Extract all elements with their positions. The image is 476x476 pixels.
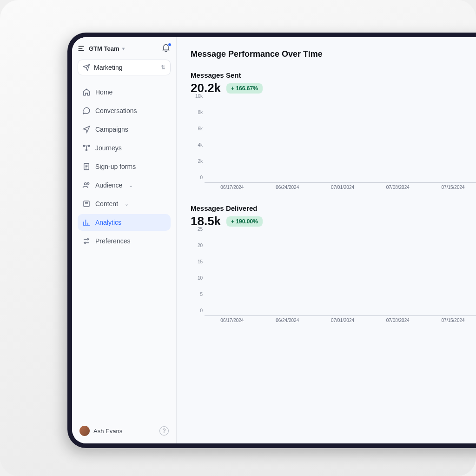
svg-point-5: [87, 182, 89, 184]
home-icon: [82, 88, 91, 96]
sliders-icon: [82, 237, 91, 245]
sidebar-item-label: Journeys: [95, 144, 122, 152]
y-tick-label: 0: [191, 308, 203, 313]
sidebar-item-label: Conversations: [95, 107, 137, 114]
flow-icon: [82, 144, 91, 152]
sidebar-item-conversations[interactable]: Conversations: [78, 102, 171, 119]
x-tick-label: 06/17/2024: [205, 185, 260, 194]
main-content: Message Performance Over Time Messages S…: [177, 37, 476, 443]
y-tick-label: 20: [191, 243, 203, 248]
workspace-label: Marketing: [94, 64, 122, 71]
chart-delivered: 051015202506/17/202406/24/202407/01/2024…: [191, 234, 476, 327]
chart-sent: 02k4k6k8k10k06/17/202406/24/202407/01/20…: [191, 101, 476, 194]
sidebar-item-label: Campaigns: [95, 126, 128, 133]
team-name: GTM Team: [89, 45, 119, 52]
svg-point-7: [87, 239, 89, 240]
logo-icon: [78, 44, 86, 53]
metric-delivered: Messages Delivered 18.5k + 190.00% 05101…: [191, 204, 476, 327]
nav: Home Conversations Campaigns Journeys: [78, 84, 171, 249]
sidebar-item-label: Content: [95, 200, 118, 208]
sidebar: GTM Team ▾ Marketing ⇅ H: [72, 37, 177, 443]
y-tick-label: 25: [191, 227, 203, 232]
x-tick-label: 06/24/2024: [260, 318, 315, 327]
workspace-select[interactable]: Marketing ⇅: [78, 60, 171, 75]
paper-plane-icon: [82, 125, 91, 134]
sidebar-item-label: Analytics: [95, 219, 121, 226]
page-title: Message Performance Over Time: [191, 49, 476, 59]
sidebar-item-label: Home: [95, 88, 112, 96]
send-icon: [83, 64, 90, 71]
svg-point-1: [88, 145, 90, 147]
x-tick-label: 07/15/2024: [425, 318, 476, 327]
x-tick-label: 07/01/2024: [315, 185, 370, 194]
content-icon: [82, 200, 91, 208]
metric-sent: Messages Sent 20.2k + 166.67% 02k4k6k8k1…: [191, 71, 476, 194]
users-icon: [82, 181, 91, 189]
y-tick-label: 10k: [191, 94, 203, 99]
user-menu[interactable]: Ash Evans ?: [78, 423, 171, 439]
metric-delta-badge: + 190.00%: [226, 216, 263, 227]
x-tick-label: 07/01/2024: [315, 318, 370, 327]
x-tick-label: 07/15/2024: [425, 185, 476, 194]
form-icon: [82, 162, 91, 171]
x-tick-label: 06/17/2024: [205, 318, 260, 327]
sort-icon: ⇅: [161, 64, 165, 71]
y-tick-label: 2k: [191, 159, 203, 164]
y-tick-label: 0: [191, 175, 203, 180]
sidebar-item-content[interactable]: Content ⌄: [78, 195, 171, 212]
team-switcher[interactable]: GTM Team ▾: [78, 44, 125, 53]
notification-dot: [168, 43, 172, 47]
metric-title: Messages Delivered: [191, 204, 476, 212]
sidebar-item-label: Preferences: [95, 237, 130, 245]
sidebar-item-preferences[interactable]: Preferences: [78, 233, 171, 249]
y-tick-label: 15: [191, 259, 203, 264]
analytics-icon: [82, 218, 91, 227]
sidebar-item-journeys[interactable]: Journeys: [78, 140, 171, 156]
svg-point-8: [85, 242, 86, 243]
svg-point-4: [85, 183, 87, 185]
sidebar-item-label: Audience: [95, 181, 122, 189]
avatar: [79, 426, 90, 436]
notifications-button[interactable]: [161, 44, 171, 53]
sidebar-item-audience[interactable]: Audience ⌄: [78, 177, 171, 194]
chat-icon: [82, 107, 91, 115]
x-tick-label: 07/08/2024: [370, 318, 425, 327]
x-tick-label: 07/08/2024: [370, 185, 425, 194]
y-tick-label: 6k: [191, 126, 203, 131]
svg-point-0: [83, 145, 85, 147]
svg-point-2: [86, 149, 87, 151]
metric-title: Messages Sent: [191, 71, 476, 79]
y-tick-label: 10: [191, 275, 203, 281]
sidebar-item-campaigns[interactable]: Campaigns: [78, 121, 171, 138]
y-tick-label: 5: [191, 292, 203, 297]
help-button[interactable]: ?: [159, 426, 169, 436]
metric-delta-badge: + 166.67%: [226, 83, 263, 94]
sidebar-item-signup-forms[interactable]: Sign-up forms: [78, 158, 171, 175]
chevron-down-icon: ▾: [122, 46, 125, 51]
x-tick-label: 06/24/2024: [260, 185, 315, 194]
user-name: Ash Evans: [93, 428, 122, 435]
chevron-down-icon: ⌄: [125, 201, 129, 207]
sidebar-item-analytics[interactable]: Analytics: [78, 214, 171, 231]
sidebar-item-label: Sign-up forms: [95, 163, 136, 170]
y-tick-label: 4k: [191, 142, 203, 147]
chevron-down-icon: ⌄: [129, 182, 133, 188]
y-tick-label: 8k: [191, 110, 203, 115]
sidebar-item-home[interactable]: Home: [78, 84, 171, 101]
